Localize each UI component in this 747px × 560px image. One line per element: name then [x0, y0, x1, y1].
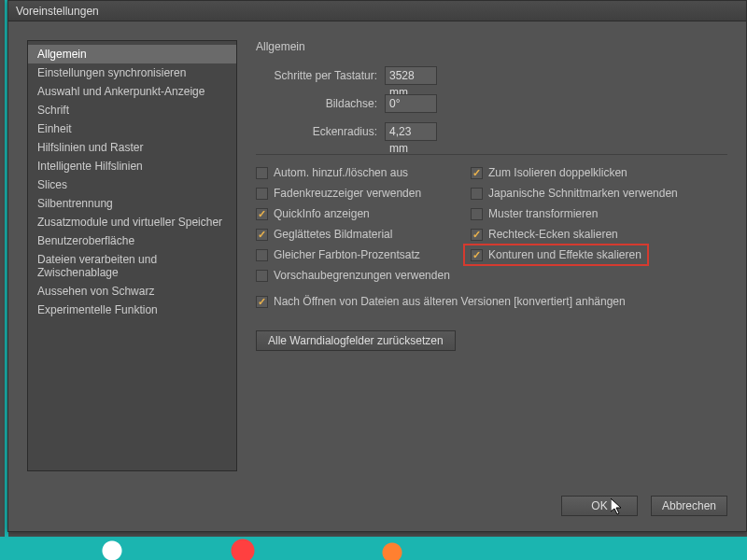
category-panel-allgemein: Allgemein Schritte per Tastatur: 3528 mm…: [256, 40, 727, 471]
label-keyboard-increment: Schritte per Tastatur:: [256, 69, 377, 82]
label-constrain-angle: Bildachse:: [256, 97, 377, 110]
checkbox-label: Rechteck-Ecken skalieren: [488, 228, 618, 241]
checkbox-icon: [471, 229, 483, 241]
checkbox-label: Autom. hinzuf./löschen aus: [274, 166, 408, 179]
sidebar-item-12[interactable]: Aussehen von Schwarz: [28, 282, 236, 301]
sidebar-item-0[interactable]: Allgemein: [28, 45, 236, 63]
checkbox-label: Fadenkreuzzeiger verwenden: [274, 187, 421, 200]
window-title: Voreinstellungen: [16, 5, 99, 18]
sidebar-item-13[interactable]: Experimentelle Funktion: [28, 301, 236, 319]
sidebar-item-11[interactable]: Dateien verarbeiten und Zwischenablage: [28, 250, 236, 282]
divider: [256, 154, 727, 155]
input-corner-radius[interactable]: 4,23 mm: [385, 122, 437, 141]
sidebar-item-3[interactable]: Schrift: [28, 101, 236, 119]
row-keyboard-increment: Schritte per Tastatur: 3528 mm: [256, 66, 727, 85]
checkbox-label: Konturen und Effekte skalieren: [488, 248, 641, 261]
checkbox-icon: [256, 296, 268, 308]
checkbox-icon: [471, 167, 483, 179]
category-sidebar: AllgemeinEinstellungen synchronisierenAu…: [27, 40, 237, 471]
options-grid: Autom. hinzuf./löschen ausZum Isolieren …: [256, 166, 727, 282]
checkbox-right-1[interactable]: Japanische Schnittmarken verwenden: [471, 187, 727, 200]
checkbox-icon: [471, 249, 483, 261]
preferences-window: Voreinstellungen AllgemeinEinstellungen …: [7, 0, 747, 532]
checkbox-label: QuickInfo anzeigen: [274, 207, 370, 220]
highlight-annotation: Konturen und Effekte skalieren: [463, 244, 649, 266]
window-content: AllgemeinEinstellungen synchronisierenAu…: [8, 21, 746, 490]
checkbox-right-0[interactable]: Zum Isolieren doppelklicken: [471, 166, 727, 179]
checkbox-icon: [256, 208, 268, 220]
checkbox-label: Nach Öffnen von Dateien aus älteren Vers…: [274, 295, 626, 308]
checkbox-icon: [256, 188, 268, 200]
sidebar-item-10[interactable]: Benutzeroberfläche: [28, 231, 236, 250]
sidebar-item-7[interactable]: Slices: [28, 175, 236, 194]
cancel-button[interactable]: Abbrechen: [651, 496, 727, 516]
checkbox-right-4[interactable]: Konturen und Effekte skalieren: [471, 248, 727, 261]
checkbox-left-0[interactable]: Autom. hinzuf./löschen aus: [256, 166, 471, 179]
label-corner-radius: Eckenradius:: [256, 125, 377, 138]
sidebar-item-1[interactable]: Einstellungen synchronisieren: [28, 63, 236, 82]
checkbox-right-2[interactable]: Muster transformieren: [471, 207, 727, 220]
checkbox-append-converted[interactable]: Nach Öffnen von Dateien aus älteren Vers…: [256, 295, 727, 308]
ok-button[interactable]: OK: [561, 496, 638, 516]
checkbox-left-1[interactable]: Fadenkreuzzeiger verwenden: [256, 187, 471, 200]
checkbox-icon: [256, 167, 268, 179]
checkbox-right-5[interactable]: [471, 269, 727, 282]
checkbox-icon: [256, 229, 268, 241]
checkbox-left-2[interactable]: QuickInfo anzeigen: [256, 207, 471, 220]
window-titlebar: Voreinstellungen: [8, 1, 746, 21]
checkbox-label: Geglättetes Bildmaterial: [274, 228, 392, 241]
row-constrain-angle: Bildachse: 0°: [256, 94, 727, 113]
sidebar-item-5[interactable]: Hilfslinien und Raster: [28, 138, 236, 157]
checkbox-left-5[interactable]: Vorschaubegrenzungen verwenden: [256, 269, 471, 282]
sidebar-item-6[interactable]: Intelligente Hilfslinien: [28, 157, 236, 175]
sidebar-item-4[interactable]: Einheit: [28, 119, 236, 138]
reset-warnings-button[interactable]: Alle Warndialogfelder zurücksetzen: [256, 330, 456, 351]
input-constrain-angle[interactable]: 0°: [385, 94, 437, 113]
checkbox-label: Muster transformieren: [488, 207, 598, 220]
checkbox-label: Gleicher Farbton-Prozentsatz: [274, 248, 420, 261]
sidebar-item-9[interactable]: Zusatzmodule und virtueller Speicher: [28, 213, 236, 231]
checkbox-left-3[interactable]: Geglättetes Bildmaterial: [256, 228, 471, 241]
checkbox-icon: [256, 249, 268, 261]
sidebar-item-2[interactable]: Auswahl und Ankerpunkt-Anzeige: [28, 82, 236, 101]
checkbox-icon: [471, 208, 483, 220]
checkbox-right-3[interactable]: Rechteck-Ecken skalieren: [471, 228, 727, 241]
panel-heading: Allgemein: [256, 40, 727, 53]
checkbox-label: Japanische Schnittmarken verwenden: [488, 187, 678, 200]
checkbox-icon: [471, 188, 483, 200]
checkbox-left-4[interactable]: Gleicher Farbton-Prozentsatz: [256, 248, 471, 261]
checkbox-label: Vorschaubegrenzungen verwenden: [274, 269, 450, 282]
input-keyboard-increment[interactable]: 3528 mm: [385, 66, 437, 85]
row-corner-radius: Eckenradius: 4,23 mm: [256, 122, 727, 141]
checkbox-label: Zum Isolieren doppelklicken: [488, 166, 627, 179]
checkbox-icon: [256, 270, 268, 282]
sidebar-item-8[interactable]: Silbentrennung: [28, 194, 236, 213]
dialog-footer: OK Abbrechen: [8, 490, 746, 531]
